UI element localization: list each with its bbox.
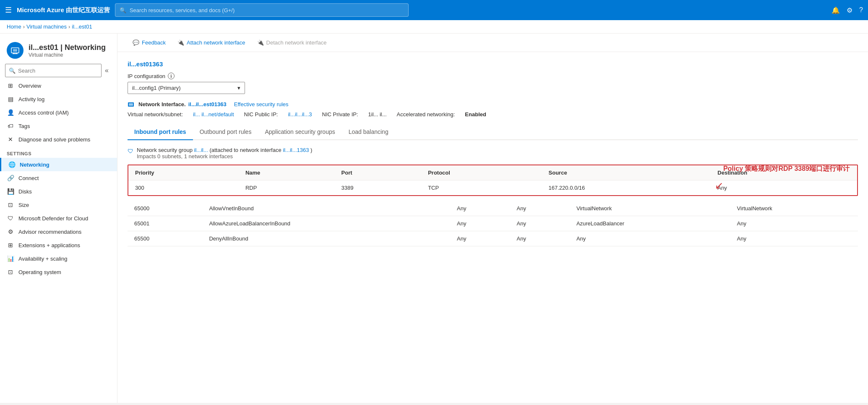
detach-icon: 🔌 xyxy=(257,39,264,46)
sidebar-item-os[interactable]: ⊡ Operating system xyxy=(0,265,117,279)
topbar: ☰ Microsoft Azure 由世纪互联运营 🔍 Search resou… xyxy=(0,0,868,20)
overview-icon: ⊞ xyxy=(7,82,14,89)
breadcrumb-vm-name[interactable]: il...est01 xyxy=(72,24,92,30)
sidebar-nav: ⊞ Overview ▤ Activity log 👤 Access contr… xyxy=(0,79,117,403)
cell-priority: 65500 xyxy=(128,231,202,246)
policy-annotation-text: Policy 策略规则对RDP 3389端口进行审计 xyxy=(723,165,850,173)
arrow-icon: ↙ xyxy=(715,180,723,191)
search-icon: 🔍 xyxy=(120,7,126,13)
sidebar-item-connect[interactable]: 🔗 Connect xyxy=(0,171,117,185)
sidebar-item-networking[interactable]: 🌐 Networking xyxy=(0,158,117,171)
global-search-placeholder: Search resources, services, and docs (G+… xyxy=(130,7,235,13)
sidebar-item-availability[interactable]: 📊 Availability + scaling xyxy=(0,252,117,265)
col-header-source: Source xyxy=(542,165,711,180)
sidebar-collapse-button[interactable]: « xyxy=(102,65,112,76)
tab-load-balancing[interactable]: Load balancing xyxy=(342,124,395,140)
sidebar-item-label: Access control (IAM) xyxy=(18,110,69,116)
col-header-name: Name xyxy=(239,165,335,180)
table-row[interactable]: 65000 AllowVnetInBound Any Any VirtualNe… xyxy=(128,201,858,216)
table-row[interactable]: 65500 DenyAllInBound Any Any Any Any xyxy=(128,231,858,246)
detach-network-interface-button[interactable]: 🔌 Detach network interface xyxy=(252,37,332,48)
nsg-close-paren: ) xyxy=(310,147,312,153)
network-details-row: Virtual network/subnet: il... il...net/d… xyxy=(128,111,858,118)
nsg-group-label: Network security group xyxy=(137,147,194,153)
sidebar-item-disks[interactable]: 💾 Disks xyxy=(0,185,117,198)
tab-inbound[interactable]: Inbound port rules xyxy=(128,124,193,140)
cell-name: RDP xyxy=(239,180,335,195)
cell-priority: 65000 xyxy=(128,201,202,216)
vnet-link[interactable]: il... il...net/default xyxy=(193,111,234,118)
svg-rect-6 xyxy=(129,103,133,106)
public-ip-link[interactable]: il...il...il...3 xyxy=(288,111,312,118)
nsg-nic-link[interactable]: il...il...1363 xyxy=(283,147,309,153)
feedback-button[interactable]: 💬 Feedback xyxy=(128,37,171,48)
sidebar-item-label: Activity log xyxy=(18,96,44,102)
tab-asg[interactable]: Application security groups xyxy=(258,124,341,140)
sidebar-search-input[interactable] xyxy=(18,68,98,74)
cell-protocol: TCP xyxy=(421,180,542,195)
attach-icon: 🔌 xyxy=(177,39,184,46)
access-control-icon: 👤 xyxy=(7,109,14,116)
table-row[interactable]: 65001 AllowAzureLoadBalancerInBound Any … xyxy=(128,216,858,231)
ip-config-label: IP configuration ℹ xyxy=(128,73,858,79)
cell-name: DenyAllInBound xyxy=(202,231,450,246)
content-area: 💬 Feedback 🔌 Attach network interface 🔌 … xyxy=(117,34,868,403)
table-row-highlighted[interactable]: 300 RDP 3389 TCP 167.220.0.0/16 ↙ Any xyxy=(128,180,857,195)
sidebar-item-defender[interactable]: 🛡 Microsoft Defender for Cloud xyxy=(0,212,117,225)
settings-icon[interactable]: ⚙ xyxy=(847,6,852,14)
sidebar-item-tags[interactable]: 🏷 Tags xyxy=(0,119,117,133)
activity-log-icon: ▤ xyxy=(7,96,14,102)
breadcrumb-home[interactable]: Home xyxy=(7,24,21,30)
detach-label: Detach network interface xyxy=(266,39,327,46)
help-icon[interactable]: ? xyxy=(859,6,863,14)
sidebar-item-label: Networking xyxy=(20,162,50,168)
sidebar-item-label: Microsoft Defender for Cloud xyxy=(18,215,88,222)
ip-config-dropdown[interactable]: il...config1 (Primary) ▾ xyxy=(128,82,245,94)
cell-source: AzureLoadBalancer xyxy=(570,216,730,231)
advisor-icon: ⚙ xyxy=(7,228,14,235)
sidebar-item-label: Size xyxy=(18,202,29,208)
private-ip-value: 1il... il... xyxy=(368,111,387,118)
cell-port: Any xyxy=(450,231,510,246)
sidebar-item-label: Connect xyxy=(18,175,39,181)
sidebar-item-diagnose[interactable]: ✕ Diagnose and solve problems xyxy=(0,133,117,146)
sidebar-item-label: Overview xyxy=(18,83,41,89)
sidebar-item-advisor[interactable]: ⚙ Advisor recommendations xyxy=(0,225,117,238)
breadcrumb-virtual-machines[interactable]: Virtual machines xyxy=(26,24,67,30)
sidebar-item-overview[interactable]: ⊞ Overview xyxy=(0,79,117,92)
sidebar: il...est01 | Networking Virtual machine … xyxy=(0,34,117,403)
disks-icon: 💾 xyxy=(7,188,14,195)
sidebar-search-box[interactable]: 🔍 xyxy=(5,64,102,77)
attach-label: Attach network interface xyxy=(187,39,245,46)
accelerated-networking-label: Accelerated networking: xyxy=(397,111,455,118)
cell-destination: Any xyxy=(711,180,857,195)
effective-security-rules-link[interactable]: Effective security rules xyxy=(234,101,289,107)
nsg-impacts: Impacts 0 subnets, 1 network interfaces xyxy=(137,153,312,159)
defender-icon: 🛡 xyxy=(7,215,14,222)
sidebar-item-access-control[interactable]: 👤 Access control (IAM) xyxy=(0,106,117,119)
nsg-group-link[interactable]: il...il... xyxy=(194,147,208,153)
sidebar-item-extensions[interactable]: ⊞ Extensions + applications xyxy=(0,238,117,252)
sidebar-item-label: Advisor recommendations xyxy=(18,229,81,235)
notification-icon[interactable]: 🔔 xyxy=(832,6,840,14)
cell-source: 167.220.0.0/16 ↙ xyxy=(542,180,711,195)
cell-source: VirtualNetwork xyxy=(570,201,730,216)
private-ip-label: NIC Private IP: xyxy=(322,111,358,118)
tab-outbound[interactable]: Outbound port rules xyxy=(193,124,258,140)
ip-config-info-icon[interactable]: ℹ xyxy=(168,73,175,79)
port-rules-tabs: Inbound port rules Outbound port rules A… xyxy=(128,124,858,140)
hamburger-icon[interactable]: ☰ xyxy=(5,5,12,15)
network-interface-link[interactable]: il...il...est01363 xyxy=(188,101,227,107)
col-header-priority: Priority xyxy=(128,165,239,180)
global-search[interactable]: 🔍 Search resources, services, and docs (… xyxy=(115,3,409,17)
svg-rect-1 xyxy=(13,49,17,52)
sidebar-item-activity-log[interactable]: ▤ Activity log xyxy=(0,92,117,106)
nsg-icon: 🛡 xyxy=(128,148,133,154)
sidebar-item-size[interactable]: ⊡ Size xyxy=(0,198,117,212)
attach-network-interface-button[interactable]: 🔌 Attach network interface xyxy=(172,37,250,48)
cell-priority: 300 xyxy=(128,180,239,195)
vnet-label: Virtual network/subnet: xyxy=(128,111,183,118)
diagnose-icon: ✕ xyxy=(7,136,14,143)
network-interface-row: Network Interface. il...il...est01363 Ef… xyxy=(128,101,858,108)
public-ip-label: NIC Public IP: xyxy=(244,111,278,118)
